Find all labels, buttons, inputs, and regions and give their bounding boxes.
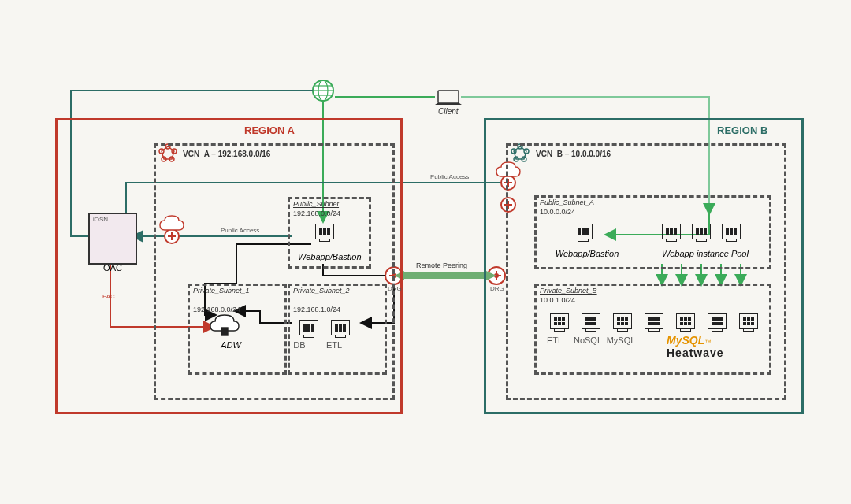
server-icon xyxy=(299,320,318,335)
private-subnet-1-name: Private_Subnet_1 xyxy=(193,287,248,295)
adw-label: ADW xyxy=(203,340,258,350)
architecture-diagram: REGION A VCN_A – 192.168.0.0/16 iOSN OAC… xyxy=(0,0,851,504)
region-a-title: REGION A xyxy=(244,124,295,136)
region-b-title: REGION B xyxy=(717,124,767,136)
public-access-b: Public Access xyxy=(430,173,469,180)
server-icon xyxy=(739,313,758,329)
public-access-a: Public Access xyxy=(221,227,259,234)
server-icon xyxy=(722,224,741,239)
public-subnet-b-cidr: 10.0.0.0/24 xyxy=(540,208,575,216)
server-icon xyxy=(692,224,711,239)
private-subnet-2-name: Private_Subnet_2 xyxy=(293,287,348,295)
mysql-label: MySQL xyxy=(604,335,638,345)
vcn-a-label: VCN_A – 192.168.0.0/16 xyxy=(183,150,270,158)
private-subnet-1 xyxy=(188,284,287,375)
pool-label: Webapp instance Pool xyxy=(654,249,756,258)
nosql-label: NoSQL xyxy=(570,335,605,345)
etl-b-label: ETL xyxy=(539,335,570,345)
osn-label: OSN xyxy=(95,216,108,223)
osn-box: iOSN xyxy=(88,213,137,265)
private-subnet-b-name: Private_Subnet_B xyxy=(540,287,597,295)
server-icon xyxy=(315,224,334,239)
drg-a-label: DRG xyxy=(388,285,402,292)
svg-rect-0 xyxy=(438,91,459,103)
server-icon xyxy=(676,313,695,329)
public-subnet-b-name: Public_Subnet_A xyxy=(540,198,594,206)
server-icon xyxy=(662,224,681,239)
server-icon xyxy=(645,313,663,329)
oac-label: OAC xyxy=(85,263,140,272)
server-icon xyxy=(708,313,727,329)
public-subnet-a-host: Webapp/Bastion xyxy=(298,252,361,261)
drg-b-label: DRG xyxy=(490,285,504,292)
server-icon xyxy=(331,320,350,335)
private-subnet-b-cidr: 10.0.1.0/24 xyxy=(540,296,575,304)
remote-peering-label: Remote Peering xyxy=(416,261,467,269)
heatwave-brand: MySQL™ Heatwave xyxy=(667,334,724,359)
private-subnet-2-cidr: 192.168.1.0/24 xyxy=(293,306,340,313)
db-label: DB xyxy=(284,340,315,350)
public-subnet-a-cidr: 192.168.0.0/24 xyxy=(293,209,340,217)
private-subnet-1-cidr: 192.168.0.0/24 xyxy=(193,306,240,313)
bastion-b-label: Webapp/Bastion xyxy=(552,249,622,258)
server-icon xyxy=(550,313,569,329)
server-icon xyxy=(613,313,632,329)
pac-label: PAC xyxy=(102,293,115,300)
vcn-b-label: VCN_B – 10.0.0.0/16 xyxy=(536,150,611,158)
public-subnet-a-name: Public_Subnet xyxy=(293,200,339,208)
server-icon xyxy=(574,224,593,239)
client-label: Client xyxy=(438,107,459,116)
server-icon xyxy=(582,313,600,329)
etl-label: ETL xyxy=(318,340,350,350)
